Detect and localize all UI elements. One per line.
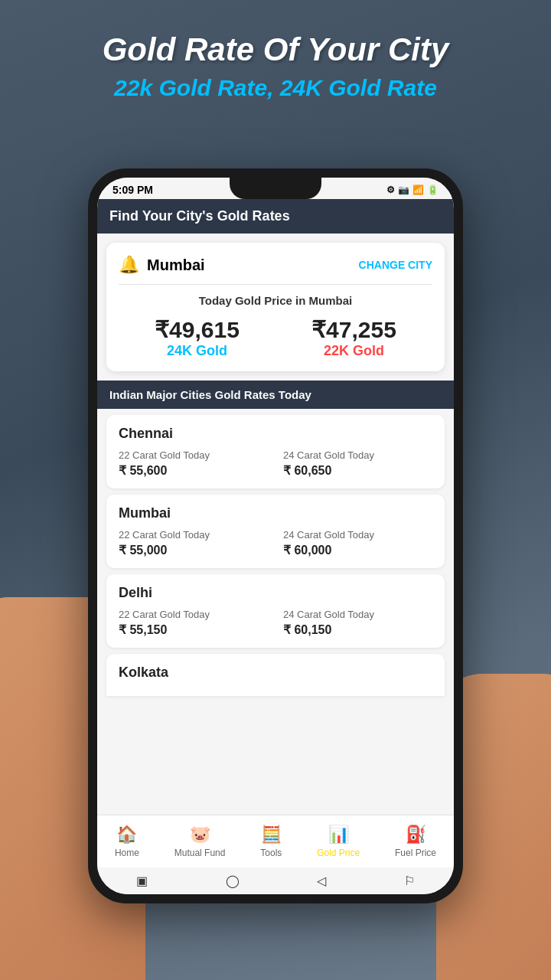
mumbai-24k: 24 Carat Gold Today ₹ 60,000 <box>283 529 432 557</box>
mumbai-22k-price: ₹ 55,000 <box>119 543 268 557</box>
cities-list: Chennai 22 Carat Gold Today ₹ 55,600 24 … <box>97 409 454 815</box>
nav-fuel-price[interactable]: ⛽ Fuel Price <box>387 822 444 861</box>
delhi-24k: 24 Carat Gold Today ₹ 60,150 <box>283 609 432 637</box>
phone-notch <box>230 178 321 199</box>
change-city-button[interactable]: CHANGE CITY <box>359 259 432 271</box>
city-row-prices-chennai: 22 Carat Gold Today ₹ 55,600 24 Carat Go… <box>119 449 432 478</box>
android-nav-bar: ▣ ◯ ◁ ⚐ <box>97 867 454 894</box>
nav-gold-price[interactable]: 📊 Gold Price <box>309 822 367 861</box>
city-row-name-kolkata: Kolkata <box>119 665 432 681</box>
android-menu-btn[interactable]: ⚐ <box>404 874 415 888</box>
city-row-prices-delhi: 22 Carat Gold Today ₹ 55,150 24 Carat Go… <box>119 609 432 637</box>
fuel-price-icon: ⛽ <box>406 825 426 844</box>
chennai-22k-price: ₹ 55,600 <box>119 463 268 478</box>
nav-tools-label: Tools <box>260 848 282 858</box>
chennai-22k-label: 22 Carat Gold Today <box>119 449 268 461</box>
tools-icon: 🧮 <box>261 825 282 844</box>
mutual-fund-icon: 🐷 <box>190 825 210 844</box>
mumbai-22k: 22 Carat Gold Today ₹ 55,000 <box>119 529 268 557</box>
delhi-24k-label: 24 Carat Gold Today <box>283 609 432 620</box>
app-bar: Find Your City's Gold Rates <box>97 199 454 234</box>
city-row-prices-mumbai: 22 Carat Gold Today ₹ 55,000 24 Carat Go… <box>119 529 432 557</box>
city-card-header: 🔔 Mumbai CHANGE CITY <box>119 255 432 275</box>
mumbai-24k-label: 24 Carat Gold Today <box>283 529 432 541</box>
android-back-btn[interactable]: ◁ <box>317 874 326 888</box>
nav-fuel-price-label: Fuel Price <box>395 848 436 858</box>
battery-icon: 🔋 <box>427 185 439 195</box>
status-time: 5:09 PM <box>112 184 153 196</box>
mumbai-22k-label: 22 Carat Gold Today <box>119 529 268 541</box>
city-row-kolkata[interactable]: Kolkata <box>106 654 445 696</box>
home-icon: 🏠 <box>116 825 137 844</box>
bell-icon: 🔔 <box>119 255 139 275</box>
city-name-row: 🔔 Mumbai <box>119 255 205 275</box>
price-item-24k: ₹49,615 24K Gold <box>155 316 240 359</box>
card-divider <box>119 284 432 285</box>
price-22k-label: 22K Gold <box>311 343 396 359</box>
bottom-navigation: 🏠 Home 🐷 Mutual Fund 🧮 Tools 📊 Gold Pric… <box>97 815 454 867</box>
app-header-section: Gold Rate Of Your City 22k Gold Rate, 24… <box>0 31 551 101</box>
main-title: Gold Rate Of Your City <box>0 31 551 69</box>
today-gold-title: Today Gold Price in Mumbai <box>119 294 432 307</box>
android-square-btn[interactable]: ▣ <box>136 874 148 888</box>
phone-screen: 5:09 PM ⚙ 📷 📶 🔋 Find Your City's Gold Ra… <box>97 178 454 894</box>
price-24k-label: 24K Gold <box>155 343 240 359</box>
status-icons: ⚙ 📷 📶 🔋 <box>386 185 439 195</box>
city-row-mumbai[interactable]: Mumbai 22 Carat Gold Today ₹ 55,000 24 C… <box>106 495 445 568</box>
price-24k-value: ₹49,615 <box>155 316 240 343</box>
nav-gold-price-label: Gold Price <box>317 848 360 858</box>
city-row-name-mumbai: Mumbai <box>119 505 432 521</box>
signal-icon: 📶 <box>412 185 424 195</box>
camera-icon: 📷 <box>398 185 409 195</box>
app-bar-title: Find Your City's Gold Rates <box>109 208 290 224</box>
nav-home[interactable]: 🏠 Home <box>107 822 147 861</box>
chennai-24k: 24 Carat Gold Today ₹ 60,650 <box>283 449 432 478</box>
nav-mutual-fund[interactable]: 🐷 Mutual Fund <box>167 822 233 861</box>
android-home-btn[interactable]: ◯ <box>226 874 240 888</box>
chennai-22k: 22 Carat Gold Today ₹ 55,600 <box>119 449 268 478</box>
chennai-24k-price: ₹ 60,650 <box>283 463 432 478</box>
phone-device: 5:09 PM ⚙ 📷 📶 🔋 Find Your City's Gold Ra… <box>88 168 463 903</box>
nav-tools[interactable]: 🧮 Tools <box>253 822 289 861</box>
main-subtitle: 22k Gold Rate, 24K Gold Rate <box>0 75 551 101</box>
selected-city-name: Mumbai <box>147 256 205 274</box>
city-row-name-delhi: Delhi <box>119 585 432 601</box>
cities-section-header: Indian Major Cities Gold Rates Today <box>97 381 454 409</box>
city-row-name-chennai: Chennai <box>119 426 432 442</box>
city-row-chennai[interactable]: Chennai 22 Carat Gold Today ₹ 55,600 24 … <box>106 415 445 488</box>
nav-home-label: Home <box>115 848 139 858</box>
mumbai-24k-price: ₹ 60,000 <box>283 543 432 557</box>
delhi-22k-label: 22 Carat Gold Today <box>119 609 268 620</box>
price-item-22k: ₹47,255 22K Gold <box>311 316 396 359</box>
nav-mutual-fund-label: Mutual Fund <box>174 848 226 858</box>
gold-price-icon: 📊 <box>328 825 349 844</box>
delhi-24k-price: ₹ 60,150 <box>283 622 432 637</box>
delhi-22k-price: ₹ 55,150 <box>119 622 268 637</box>
wifi-icon: ⚙ <box>386 185 395 195</box>
city-gold-card: 🔔 Mumbai CHANGE CITY Today Gold Price in… <box>106 243 445 371</box>
price-22k-value: ₹47,255 <box>311 316 396 343</box>
price-row: ₹49,615 24K Gold ₹47,255 22K Gold <box>119 316 432 359</box>
chennai-24k-label: 24 Carat Gold Today <box>283 449 432 461</box>
city-row-delhi[interactable]: Delhi 22 Carat Gold Today ₹ 55,150 24 Ca… <box>106 574 445 648</box>
delhi-22k: 22 Carat Gold Today ₹ 55,150 <box>119 609 268 637</box>
